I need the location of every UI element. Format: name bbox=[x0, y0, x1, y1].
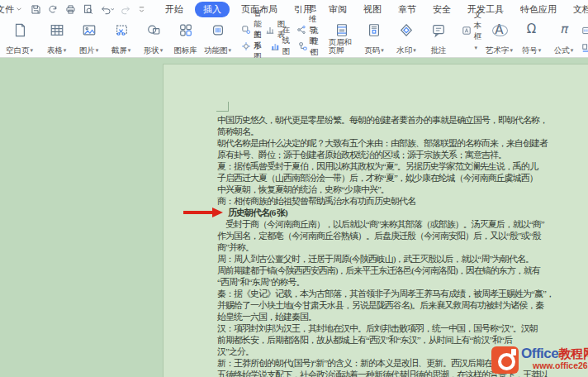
text-line: 受封于商（今河南商丘南），以后就以“商”来称其部落（或部族）。汤灭夏后，就以“商… bbox=[217, 218, 554, 230]
tab-doc-assistant[interactable]: 文档助手 bbox=[568, 2, 588, 17]
insert-number-icon bbox=[581, 26, 588, 36]
diagram-group: 智能图形 图表 思维导图 bbox=[239, 19, 321, 56]
text-line: 商”并称。 bbox=[217, 241, 554, 253]
chart-icon bbox=[265, 25, 275, 35]
textbox-icon bbox=[462, 26, 472, 36]
menubar: 文件 bbox=[0, 0, 588, 18]
text-line: 始皇统一六国，始建秦国。 bbox=[217, 311, 554, 322]
text-line: 简称朝名。 bbox=[217, 126, 554, 137]
page-number-button[interactable]: 页码 bbox=[358, 19, 391, 56]
smart-graphic-icon bbox=[241, 25, 251, 35]
text-line: 汉：项羽封刘邦为汉王，其封地在汉中。后刘邦击败项羽，统一中国，国号称“汉”。汉朝 bbox=[217, 322, 554, 334]
tab-dev-tools[interactable]: 开发工具 bbox=[462, 2, 509, 17]
office-logo-icon bbox=[491, 346, 519, 374]
wordart-button[interactable]: A 艺术字 bbox=[483, 19, 515, 56]
shapes-icon bbox=[146, 22, 161, 38]
relation-diagram-icon bbox=[241, 41, 251, 51]
tab-section[interactable]: 章节 bbox=[393, 2, 421, 17]
mindmap-icon bbox=[296, 25, 306, 35]
text-line: 夏：据传禹曾受封于夏伯，因用以称其政权为“夏”。另据历史学家范文澜先生说，禹的儿 bbox=[217, 160, 554, 172]
insert-ribbon: 空白页 表格 图片 截屏 形状 bbox=[0, 18, 588, 58]
tab-special-features[interactable]: 特色应用 bbox=[515, 2, 562, 17]
brand-name-cn: 教程网 bbox=[558, 347, 588, 360]
screenshot-icon bbox=[114, 22, 129, 38]
icon-library-icon bbox=[178, 22, 193, 38]
text-line: 中国历史悠久，朝代更是零星纷繁。每朝的创建者要首办的事就是确立国号，即朝代名称， bbox=[217, 114, 554, 126]
text-line: 朝代名称是由什么决定的呢？大致有五个来由：由部族、部落联盟的名称而来，来自创建者 bbox=[217, 137, 554, 149]
picture-icon bbox=[82, 22, 97, 38]
file-menu-label: 文件 bbox=[0, 3, 14, 16]
insert-picture-button[interactable]: 图片 bbox=[73, 19, 105, 56]
undo-icon[interactable] bbox=[100, 4, 114, 15]
brand-name-en: Office bbox=[521, 346, 558, 360]
icon-library-button[interactable]: 图标库 bbox=[169, 19, 202, 56]
symbol-omega-icon: Ω bbox=[527, 22, 536, 36]
formula-pi-icon: π bbox=[560, 22, 567, 36]
document-page[interactable]: 中国历史悠久，朝代更是零星纷繁。每朝的创建者要首办的事就是确立国号，即朝代名称，… bbox=[163, 64, 588, 377]
flowchart-icon bbox=[298, 41, 308, 51]
watermark-logo: Office 教程网 www.office26.com bbox=[491, 346, 588, 374]
textbox-button[interactable]: 文本框 bbox=[460, 23, 484, 38]
wordart-icon: A bbox=[491, 22, 508, 36]
flowchart-button[interactable]: 流程图 bbox=[296, 39, 320, 54]
print-icon[interactable] bbox=[65, 4, 76, 15]
tab-view[interactable]: 视图 bbox=[358, 2, 386, 17]
header-footer-icon bbox=[334, 22, 349, 38]
save-icon[interactable] bbox=[31, 4, 41, 15]
drop-cap-icon bbox=[581, 43, 588, 53]
quick-access-toolbar bbox=[31, 4, 145, 15]
tab-review[interactable]: 审阅 bbox=[324, 2, 352, 17]
toolbar-more-icon[interactable] bbox=[138, 6, 145, 13]
margin-corner-mark bbox=[216, 102, 229, 112]
text-objects-group: 文本框 A 艺术字 Ω 符号 π 公式 bbox=[460, 19, 588, 56]
text-line: 原有卦号、爵位；源于创建者原始政权统治的区域；源于宗族关系；寓意吉祥。 bbox=[217, 149, 554, 160]
watermark-button[interactable]: 水印 bbox=[391, 19, 423, 56]
blank-page-button[interactable]: 空白页 bbox=[3, 19, 36, 56]
comment-icon bbox=[431, 22, 446, 38]
print-preview-icon[interactable] bbox=[83, 4, 93, 15]
table-icon bbox=[50, 22, 64, 38]
text-line: 中兴夏朝，恢复夏朝的统治，史称“少康中兴”。 bbox=[217, 184, 554, 195]
comment-button[interactable]: 批注 bbox=[423, 19, 455, 56]
symbol-button[interactable]: Ω 符号 bbox=[515, 19, 548, 56]
insert-table-button[interactable]: 表格 bbox=[40, 19, 73, 56]
document-text: 中国历史悠久，朝代更是零星纷繁。每朝的创建者要首办的事就是确立国号，即朝代名称，… bbox=[217, 114, 554, 377]
online-chart-button[interactable]: 在线图表 bbox=[268, 39, 292, 54]
document-workspace: 中国历史悠久，朝代更是零星纷繁。每朝的创建者要首办的事就是确立国号，即朝代名称，… bbox=[0, 58, 588, 377]
text-line: 秦：据《史记》记载，本为古部落，其首领非子为周孝王养马有成绩，被周孝王赐姓为“嬴… bbox=[217, 288, 554, 299]
screenshot-button[interactable]: 截屏 bbox=[105, 19, 137, 56]
brand-url: www.office26.com bbox=[533, 361, 588, 370]
page-number-icon bbox=[367, 22, 382, 38]
text-line: 作为国名，定都亳（今河南商丘谷熟镇）。后盘庚迁殷（今河南安阳）后，又以“殷”或“… bbox=[217, 230, 554, 241]
export-pdf-icon[interactable] bbox=[48, 4, 59, 15]
relation-diagram-button[interactable]: 关系图 bbox=[239, 39, 263, 54]
tab-insert[interactable]: 插入 bbox=[195, 2, 230, 17]
blank-page-icon bbox=[12, 22, 27, 38]
text-line: 并赐给了一小块土地(今甘肃天水县，另说是陇西谷名)。后来襄又救周有功被封为诸侯，… bbox=[217, 299, 554, 311]
ribbon-tabs: 开始 插入 页面布局 引用 审阅 视图 章节 安全 开发工具 特色应用 文档助手 bbox=[157, 2, 588, 17]
text-line: 周：周人到古公亶父时，迁居于周原(今陕西岐山)，武王灭殷以后，就以“周”为朝代名… bbox=[217, 253, 554, 265]
tab-home[interactable]: 开始 bbox=[160, 2, 188, 17]
function-diagram-button[interactable]: 功能图 bbox=[202, 19, 234, 56]
redo-icon[interactable] bbox=[121, 4, 131, 15]
header-footer-button[interactable]: 页眉和页脚 bbox=[326, 19, 358, 56]
annotation-arrow-icon bbox=[183, 208, 223, 217]
watermark-icon bbox=[399, 22, 414, 38]
text-line: 前期都长安，后期都洛阳，故从都城上有“西汉”和“东汉”，从时间上有“前汉”和“后 bbox=[217, 334, 554, 346]
text-line: 商：相传商族的始祖契曾帮助禹治水有功而历史朝代名 bbox=[217, 195, 554, 207]
text-line: “西周”和“东周”的称号。 bbox=[217, 276, 554, 288]
file-menu-button[interactable]: 文件 bbox=[0, 3, 26, 16]
chevron-down-icon bbox=[16, 6, 22, 12]
tab-security[interactable]: 安全 bbox=[428, 2, 456, 17]
wps-writer-window: 文件 bbox=[0, 0, 588, 377]
text-line: 周前期建都于镐(今陕西西安西南)，后来平王东迁洛邑(今河南洛阳)，因在镐的东方，… bbox=[217, 265, 554, 276]
insert-number-button[interactable]: 插入数字 bbox=[580, 23, 588, 38]
shapes-button[interactable]: 形状 bbox=[137, 19, 169, 56]
image-caption-line: 历史朝代名(6 张) bbox=[228, 207, 554, 218]
formula-button[interactable]: π 公式 bbox=[548, 19, 580, 56]
drop-cap-button[interactable]: 首字下沉 bbox=[580, 41, 588, 55]
text-line: 子启西迁大夏（山西南部汾浍一带）后，才称“夏”，姒少康在纶城（今河南商丘虞城西） bbox=[217, 172, 554, 184]
online-chart-icon bbox=[270, 41, 280, 51]
function-diagram-icon bbox=[211, 22, 225, 38]
